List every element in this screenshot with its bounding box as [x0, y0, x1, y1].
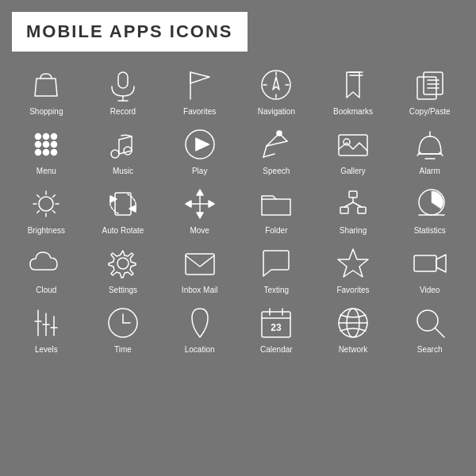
svg-line-53: [53, 195, 56, 198]
speech-icon-cell[interactable]: Speech: [238, 119, 315, 178]
alarm-icon: [411, 125, 449, 163]
network-label: Network: [339, 345, 368, 354]
svg-point-21: [52, 142, 57, 148]
svg-point-19: [36, 142, 41, 148]
bookmarks-icon-cell[interactable]: Bookmarks: [315, 60, 392, 119]
autorotate-icon-cell[interactable]: Auto Rotate: [85, 178, 162, 238]
statistics-icon: [411, 185, 449, 223]
video-icon: [411, 244, 449, 282]
alarm-icon-cell[interactable]: Alarm: [391, 119, 468, 178]
search-icon-cell[interactable]: Search: [391, 298, 468, 357]
favorites-star-icon-cell[interactable]: Favorites: [315, 238, 392, 298]
record-icon-cell[interactable]: Record: [85, 60, 162, 119]
location-label: Location: [185, 345, 215, 354]
svg-line-52: [53, 211, 56, 213]
levels-icon: [27, 304, 65, 342]
favorites-flag-label: Favorites: [183, 107, 216, 116]
texting-icon: [257, 244, 295, 282]
autorotate-label: Auto Rotate: [102, 226, 144, 235]
play-icon: [181, 125, 219, 163]
brightness-icon-cell[interactable]: Brightness: [8, 178, 85, 238]
svg-point-72: [117, 258, 129, 269]
favorites-flag-icon-cell[interactable]: Favorites: [161, 60, 238, 119]
location-icon-cell[interactable]: Location: [161, 298, 238, 357]
inboxmail-label: Inbox Mail: [182, 286, 218, 294]
cloud-label: Cloud: [36, 286, 56, 294]
shopping-label: Shopping: [29, 107, 63, 116]
favorites-star-label: Favorites: [336, 286, 369, 294]
sharing-icon: [334, 185, 372, 223]
svg-point-25: [111, 150, 119, 158]
svg-marker-56: [110, 196, 117, 202]
svg-rect-12: [424, 72, 443, 94]
svg-point-16: [36, 134, 41, 140]
music-icon: [104, 125, 142, 163]
folder-icon: [257, 185, 295, 223]
move-icon-cell[interactable]: Move: [161, 178, 238, 238]
svg-marker-76: [436, 255, 446, 272]
settings-icon-cell[interactable]: Settings: [85, 238, 162, 298]
favorites-star-icon: [334, 244, 372, 282]
header-section: MOBILE APPS ICONS: [0, 0, 476, 56]
brightness-label: Brightness: [28, 226, 65, 235]
svg-line-96: [435, 328, 444, 337]
gallery-icon-cell[interactable]: Gallery: [315, 119, 392, 178]
svg-line-68: [344, 202, 353, 207]
settings-label: Settings: [109, 286, 137, 294]
gallery-label: Gallery: [340, 167, 366, 175]
svg-point-24: [52, 150, 57, 155]
svg-line-37: [263, 154, 274, 157]
svg-line-30: [119, 136, 132, 140]
navigation-label: Navigation: [258, 107, 295, 116]
icons-grid: Shopping Record Favorites Navigation: [0, 56, 476, 361]
copypaste-icon-cell[interactable]: Copy/Paste: [391, 60, 468, 119]
cloud-icon-cell[interactable]: Cloud: [8, 238, 85, 298]
svg-point-20: [44, 142, 49, 148]
svg-rect-73: [186, 254, 214, 274]
bookmarks-icon: [334, 66, 372, 104]
statistics-label: Statistics: [414, 226, 446, 235]
video-icon-cell[interactable]: Video: [391, 238, 468, 298]
menu-icon-cell[interactable]: Menu: [8, 119, 85, 178]
svg-line-36: [263, 146, 267, 157]
levels-icon-cell[interactable]: Levels: [8, 298, 85, 357]
shopping-icon-cell[interactable]: Shopping: [8, 60, 85, 119]
calendar-label: Calendar: [260, 345, 293, 354]
page-title: MOBILE APPS ICONS: [26, 21, 233, 42]
move-icon: [181, 185, 219, 223]
svg-point-17: [44, 134, 49, 140]
time-icon-cell[interactable]: Time: [85, 298, 162, 357]
folder-icon-cell[interactable]: Folder: [238, 178, 315, 238]
time-label: Time: [114, 345, 132, 354]
svg-point-18: [52, 134, 57, 140]
calendar-icon-cell[interactable]: 23 Calendar: [238, 298, 315, 357]
network-icon-cell[interactable]: Network: [315, 298, 392, 357]
statistics-icon-cell[interactable]: Statistics: [391, 178, 468, 238]
music-label: Music: [113, 167, 133, 175]
navigation-icon-cell[interactable]: Navigation: [238, 60, 315, 119]
play-icon-cell[interactable]: Play: [161, 119, 238, 178]
copypaste-icon: [411, 66, 449, 104]
location-icon: [181, 304, 219, 342]
svg-point-86: [196, 314, 204, 322]
texting-icon-cell[interactable]: Texting: [238, 238, 315, 298]
svg-marker-32: [196, 138, 209, 151]
svg-rect-65: [340, 207, 348, 213]
sharing-icon-cell[interactable]: Sharing: [315, 178, 392, 238]
cloud-icon: [27, 244, 65, 282]
svg-line-51: [37, 195, 40, 198]
svg-marker-62: [186, 201, 191, 207]
svg-point-23: [44, 150, 49, 155]
search-icon: [411, 304, 449, 342]
levels-label: Levels: [35, 345, 58, 354]
speech-label: Speech: [263, 167, 290, 175]
music-icon-cell[interactable]: Music: [85, 119, 162, 178]
svg-line-54: [37, 211, 40, 213]
menu-label: Menu: [36, 167, 56, 175]
inboxmail-icon-cell[interactable]: Inbox Mail: [161, 238, 238, 298]
menu-icon: [27, 125, 65, 163]
brightness-icon: [27, 185, 65, 223]
svg-marker-74: [338, 249, 368, 277]
svg-point-22: [36, 150, 41, 155]
calendar-icon: 23: [257, 304, 295, 342]
